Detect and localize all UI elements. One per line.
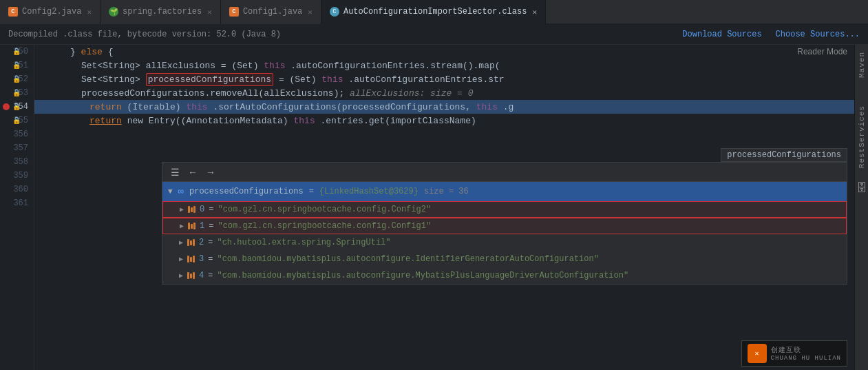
debug-eq-0: = (209, 205, 213, 214)
tab-config1-close[interactable]: ✕ (308, 8, 313, 17)
debug-item-1-chevron: ▶ (180, 222, 184, 230)
right-sidebar: Maven RestServices 🗄 (854, 45, 868, 370)
debug-list-button[interactable]: ☰ (168, 165, 182, 179)
tab-config2[interactable]: C Config2.java ✕ (0, 0, 100, 24)
debug-item-3[interactable]: ▶ 3 = "com.baomidou.mybatisplus.autoconf… (162, 251, 847, 267)
class-icon: C (330, 7, 339, 17)
debug-idx-1: 1 (200, 221, 204, 231)
tab-bar: C Config2.java ✕ 🌱 spring.factories ✕ C … (0, 0, 868, 24)
choose-sources-link[interactable]: Choose Sources... (776, 30, 860, 39)
database-icon[interactable]: 🗄 (856, 182, 867, 195)
tab-spring-factories[interactable]: 🌱 spring.factories ✕ (100, 0, 221, 24)
code-line-355: return new Entry((AnnotationMetadata) th… (34, 114, 868, 127)
list-icon-4 (187, 272, 195, 279)
line-num-356: 356 (13, 130, 28, 139)
tab-autoimport-label: AutoConfigurationImportSelector.class (343, 7, 527, 17)
debug-eq-1: = (209, 221, 213, 231)
download-sources-link[interactable]: Download Sources (682, 30, 761, 39)
list-icon-2 (187, 239, 195, 246)
line-num-361: 361 (13, 198, 28, 208)
line-361-gutter: 361 (0, 196, 28, 210)
line-num-360: 360 (13, 185, 28, 194)
debug-var-name: processedConfigurations (189, 187, 304, 196)
tab-config1[interactable]: C Config1.java ✕ (221, 0, 321, 24)
debug-item-4[interactable]: ▶ 4 = "com.baomidou.mybatisplus.autoconf… (162, 267, 847, 284)
debug-idx-0: 0 (200, 205, 204, 214)
debug-toolbar: ☰ ← → (162, 163, 847, 182)
debug-forward-button[interactable]: → (204, 165, 218, 179)
tab-autoimport-close[interactable]: ✕ (532, 8, 537, 17)
debug-item-1[interactable]: ▶ 1 = "com.gzl.cn.springbootcache.config… (162, 218, 847, 234)
code-line-353: processedConfigurations.removeAll(allExc… (34, 86, 868, 100)
debug-val-3: "com.baomidou.mybatisplus.autoconfigure.… (217, 254, 599, 264)
debug-val-0: "com.gzl.cn.springbootcache.config.Confi… (218, 205, 431, 214)
editor-area: 🔒 350 🔒 351 🔒 352 🔒 353 🔒 354 🔒 355 356 (0, 45, 868, 370)
debug-header[interactable]: ▼ ∞ processedConfigurations = {LinkedHas… (162, 182, 847, 201)
lock-icon-350: 🔒 (12, 48, 21, 56)
line-359-gutter: 359 (0, 169, 28, 183)
debug-item-2-chevron: ▶ (179, 238, 183, 247)
debug-idx-2: 2 (199, 238, 204, 247)
debug-tooltip-text: processedConfigurations (727, 150, 841, 160)
tab-config2-label: Config2.java (22, 7, 81, 17)
config1-java-icon: C (229, 7, 239, 17)
line-358-gutter: 358 (0, 155, 28, 169)
tab-autoimport[interactable]: C AutoConfigurationImportSelector.class … (321, 0, 546, 24)
rest-services-label[interactable]: RestServices (858, 105, 866, 168)
highlighted-var-352: processedConfigurations (146, 73, 273, 86)
line-356-gutter: 356 (0, 127, 28, 141)
code-content: Reader Mode } else { Set<String> allExcl… (34, 45, 868, 370)
lock-icon-352: 🔒 (12, 75, 21, 83)
list-icon-0 (188, 206, 195, 213)
debug-items-list: ▶ 0 = "com.gzl.cn.springbootcache.config… (162, 201, 847, 284)
maven-label[interactable]: Maven (858, 52, 866, 78)
debug-val-4: "com.baomidou.mybatisplus.autoconfigure.… (217, 271, 628, 280)
debug-tooltip: processedConfigurations (721, 148, 847, 162)
breakpoint-354[interactable] (3, 103, 10, 110)
debug-item-2[interactable]: ▶ 2 = "ch.hutool.extra.spring.SpringUtil… (162, 234, 847, 251)
tab-config1-label: Config1.java (243, 7, 302, 17)
debug-equals: = (309, 187, 314, 196)
list-icon-3 (187, 256, 195, 263)
code-line-352: Set<String> processedConfigurations = (S… (34, 72, 868, 86)
info-bar: Decompiled .class file, bytecode version… (0, 24, 868, 45)
code-line-351: Set<String> allExclusions = (Set) this .… (34, 59, 868, 72)
line-351-gutter: 🔒 351 (0, 59, 28, 72)
line-num-357: 357 (13, 143, 28, 153)
line-num-358: 358 (13, 157, 28, 167)
watermark-icon: ✕ (748, 344, 767, 363)
debug-eq-4: = (208, 271, 213, 280)
watermark-line2: CHUANG HU HULIAN (771, 355, 841, 362)
debug-val-1: "com.gzl.cn.springbootcache.config.Confi… (218, 221, 431, 231)
debug-size-info: size = 36 (424, 187, 469, 196)
watermark-line1: 创建互联 (771, 345, 841, 355)
code-line-356 (34, 127, 868, 141)
debug-back-button[interactable]: ← (186, 165, 200, 179)
debug-eq-2: = (208, 238, 213, 247)
debug-idx-3: 3 (199, 254, 204, 264)
list-icon-1 (188, 223, 195, 229)
java-icon: C (8, 7, 18, 17)
debug-value: {LinkedHashSet@3629} (319, 187, 419, 196)
code-line-354: return (Iterable) this .sortAutoConfigur… (34, 100, 868, 114)
line-360-gutter: 360 (0, 183, 28, 196)
debug-panel: ☰ ← → ▼ ∞ processedConfigurations = {Lin… (162, 162, 847, 285)
tab-spring-factories-close[interactable]: ✕ (207, 8, 212, 17)
debug-item-0[interactable]: ▶ 0 = "com.gzl.cn.springbootcache.config… (162, 201, 847, 218)
debug-header-chevron: ▼ (168, 187, 173, 196)
watermark: ✕ 创建互联 CHUANG HU HULIAN (741, 340, 847, 367)
line-353-gutter: 🔒 353 (0, 86, 28, 100)
line-352-gutter: 🔒 352 (0, 72, 28, 86)
debug-item-4-chevron: ▶ (179, 271, 183, 280)
lock-icon-351: 🔒 (12, 61, 21, 70)
lock-icon-353: 🔒 (12, 89, 21, 97)
line-355-gutter: 🔒 355 (0, 114, 28, 127)
tab-config2-close[interactable]: ✕ (87, 8, 92, 17)
infinity-icon: ∞ (178, 186, 184, 197)
lock-icon-354: 🔒 (12, 103, 21, 111)
source-links: Download Sources Choose Sources... (682, 30, 860, 39)
debug-eq-3: = (208, 254, 213, 264)
debug-item-3-chevron: ▶ (179, 255, 183, 263)
line-357-gutter: 357 (0, 141, 28, 155)
decompiled-info: Decompiled .class file, bytecode version… (8, 30, 281, 39)
